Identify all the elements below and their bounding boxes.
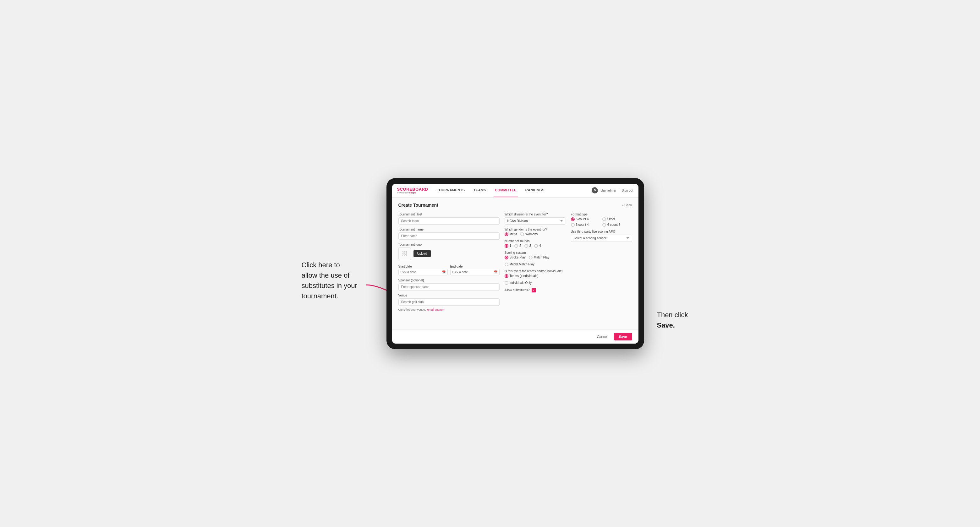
scoring-api-group: Use third-party live scoring API? Select… bbox=[571, 230, 632, 242]
tournament-host-input[interactable] bbox=[398, 217, 500, 225]
format-6count5-radio[interactable] bbox=[602, 223, 606, 227]
logo-upload-area: 🖼 Upload bbox=[398, 248, 500, 260]
end-date-calendar-icon: 📅 bbox=[493, 270, 497, 274]
gender-womens-radio[interactable] bbox=[520, 232, 524, 236]
nav-committee[interactable]: COMMITTEE bbox=[493, 184, 518, 198]
division-group: Which division is the event for? NCAA Di… bbox=[504, 213, 566, 225]
venue-input[interactable] bbox=[398, 298, 500, 306]
format-5count4-radio[interactable] bbox=[571, 217, 575, 221]
form-col-1: Tournament Host Tournament name Tourname… bbox=[398, 213, 500, 311]
avatar: B bbox=[592, 187, 598, 194]
format-type-label: Format type bbox=[571, 213, 632, 216]
teams-radio[interactable] bbox=[504, 274, 508, 278]
start-date-calendar-icon: 📅 bbox=[442, 270, 445, 274]
match-play-radio[interactable] bbox=[529, 256, 533, 259]
start-date-input-wrap: 📅 bbox=[398, 269, 448, 275]
upload-button[interactable]: Upload bbox=[414, 250, 431, 257]
nav-items: TOURNAMENTS TEAMS COMMITTEE RANKINGS bbox=[436, 184, 592, 198]
event-type-teams[interactable]: Teams (+Individuals) bbox=[504, 274, 539, 278]
format-6count4[interactable]: 6 count 4 bbox=[571, 223, 601, 227]
rounds-1[interactable]: 1 bbox=[504, 244, 512, 248]
start-date-label: Start date bbox=[398, 265, 412, 268]
tournament-name-group: Tournament name bbox=[398, 228, 500, 240]
gender-mens-radio[interactable] bbox=[504, 232, 508, 236]
sponsor-label: Sponsor (optional) bbox=[398, 279, 500, 282]
gender-radio-group: Mens Womens bbox=[504, 232, 566, 236]
tournament-name-label: Tournament name bbox=[398, 228, 500, 231]
individuals-radio[interactable] bbox=[504, 281, 508, 285]
cancel-button[interactable]: Cancel bbox=[593, 333, 611, 340]
form-columns: Tournament Host Tournament name Tourname… bbox=[398, 213, 632, 311]
format-6count4-radio[interactable] bbox=[571, 223, 575, 227]
rounds-2-radio[interactable] bbox=[514, 244, 518, 248]
division-label: Which division is the event for? bbox=[504, 213, 566, 216]
rounds-3-radio[interactable] bbox=[524, 244, 528, 248]
event-type-group: Is this event for Teams and/or Individua… bbox=[504, 270, 566, 285]
stroke-play-radio[interactable] bbox=[504, 256, 508, 259]
format-other-radio[interactable] bbox=[602, 217, 606, 221]
division-select[interactable]: NCAA Division I bbox=[504, 217, 566, 225]
nav-rankings[interactable]: RANKINGS bbox=[524, 184, 546, 198]
scoring-match-play[interactable]: Match Play bbox=[529, 256, 549, 259]
sponsor-group: Sponsor (optional) bbox=[398, 279, 500, 290]
page-title: Create Tournament bbox=[398, 203, 438, 208]
start-date-group: Start date 📅 bbox=[398, 263, 448, 275]
rounds-radio-group: 1 2 3 bbox=[504, 244, 566, 248]
scoring-system-label: Scoring system bbox=[504, 251, 566, 254]
email-support-link[interactable]: email support bbox=[427, 308, 444, 311]
back-button[interactable]: ‹ Back bbox=[622, 203, 632, 207]
tournament-name-input[interactable] bbox=[398, 232, 500, 240]
rounds-1-radio[interactable] bbox=[504, 244, 508, 248]
venue-label: Venue bbox=[398, 294, 500, 297]
gender-mens[interactable]: Mens bbox=[504, 232, 517, 236]
format-other[interactable]: Other bbox=[602, 217, 632, 221]
rounds-2[interactable]: 2 bbox=[514, 244, 521, 248]
form-footer: Cancel Save bbox=[392, 329, 638, 344]
event-type-label: Is this event for Teams and/or Individua… bbox=[504, 270, 566, 273]
page-content: Create Tournament ‹ Back Tournament Host bbox=[392, 198, 638, 329]
nav-right: B blair admin | Sign out bbox=[592, 187, 633, 194]
annotation-right: Then click Save. bbox=[657, 311, 688, 329]
format-type-group: Format type 5 count 4 Other bbox=[571, 213, 632, 227]
rounds-group: Number of rounds 1 2 bbox=[504, 239, 566, 248]
rounds-4[interactable]: 4 bbox=[534, 244, 541, 248]
rounds-4-radio[interactable] bbox=[534, 244, 538, 248]
rounds-3[interactable]: 3 bbox=[524, 244, 531, 248]
format-6count5[interactable]: 6 count 5 bbox=[602, 223, 632, 227]
nav-teams[interactable]: TEAMS bbox=[472, 184, 487, 198]
allow-substitutes-group: Allow substitutes? ✓ bbox=[504, 288, 566, 292]
date-group: Start date 📅 End date bbox=[398, 263, 500, 275]
annotation-left: Click here to allow the use of substitut… bbox=[302, 261, 357, 300]
tournament-host-label: Tournament Host bbox=[398, 213, 500, 216]
form-col-2: Which division is the event for? NCAA Di… bbox=[504, 213, 566, 292]
tournament-logo-group: Tournament logo 🖼 Upload bbox=[398, 243, 500, 260]
medal-match-radio[interactable] bbox=[504, 263, 508, 266]
save-button[interactable]: Save bbox=[614, 333, 632, 340]
start-date-input[interactable] bbox=[401, 270, 441, 274]
end-date-group: End date 📅 bbox=[450, 263, 500, 275]
sign-out-link[interactable]: Sign out bbox=[622, 189, 633, 192]
logo-placeholder: 🖼 bbox=[398, 248, 411, 260]
venue-help-text: Can't find your venue? email support bbox=[398, 308, 500, 311]
scoring-stroke-play[interactable]: Stroke Play bbox=[504, 256, 526, 259]
tournament-logo-label: Tournament logo bbox=[398, 243, 500, 246]
allow-substitutes-wrap: Allow substitutes? ✓ bbox=[504, 288, 566, 292]
scoring-service-select[interactable]: Select a scoring service bbox=[571, 235, 632, 242]
scoring-api-label: Use third-party live scoring API? bbox=[571, 230, 632, 233]
allow-substitutes-checkbox[interactable]: ✓ bbox=[531, 288, 536, 292]
end-date-input-wrap: 📅 bbox=[450, 269, 500, 275]
end-date-input[interactable] bbox=[452, 270, 492, 274]
event-type-radio-group: Teams (+Individuals) Individuals Only bbox=[504, 274, 566, 285]
gender-womens[interactable]: Womens bbox=[520, 232, 538, 236]
event-type-individuals[interactable]: Individuals Only bbox=[504, 281, 532, 285]
nav-tournaments[interactable]: TOURNAMENTS bbox=[436, 184, 466, 198]
scoring-service-wrap: Select a scoring service bbox=[571, 235, 632, 242]
app-logo: SCOREBOARD Powered by clippd bbox=[397, 187, 428, 194]
allow-substitutes-label: Allow substitutes? bbox=[504, 288, 530, 292]
tablet-device: SCOREBOARD Powered by clippd TOURNAMENTS… bbox=[387, 178, 644, 349]
venue-group: Venue Can't find your venue? email suppo… bbox=[398, 294, 500, 311]
format-5count4[interactable]: 5 count 4 bbox=[571, 217, 601, 221]
sponsor-input[interactable] bbox=[398, 283, 500, 290]
gender-label: Which gender is the event for? bbox=[504, 228, 566, 231]
scoring-medal-match[interactable]: Medal Match Play bbox=[504, 263, 535, 266]
